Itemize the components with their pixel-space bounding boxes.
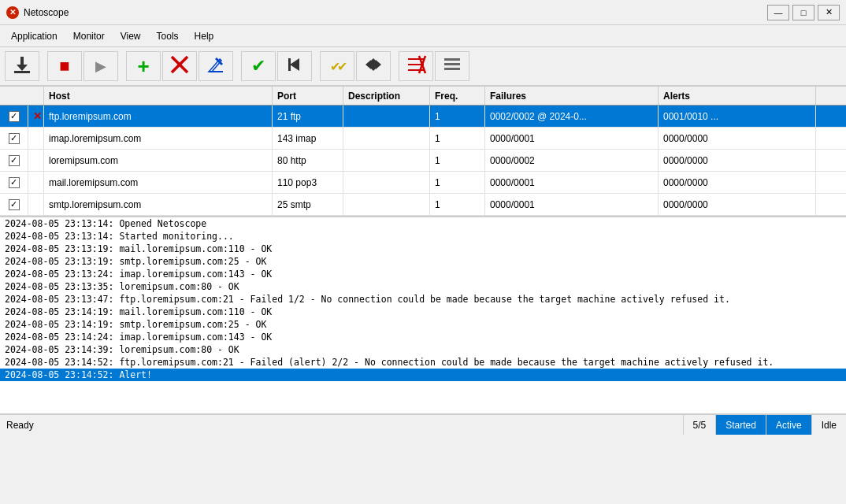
status-idle: Idle [812,415,846,435]
log-area[interactable]: 2024-08-05 23:13:14: Opened Netoscope202… [0,217,846,414]
row-freq: 1 [430,194,485,215]
row-failures: 0000/0002 [485,150,659,171]
row-fail-icon [28,172,44,193]
menu-view[interactable]: View [113,28,149,44]
row-port: 143 imap [273,128,343,149]
window-controls: — □ ✕ [767,5,840,20]
edit-button[interactable] [199,51,233,81]
menu-application[interactable]: Application [3,28,65,44]
row-checkbox[interactable] [0,172,28,193]
checkall-icon: ✔✔ [330,59,344,74]
row-failures: 0002/0002 @ 2024-0... [485,106,659,127]
status-active: Active [766,415,812,435]
checkall-button[interactable]: ✔✔ [320,51,354,81]
log-line: 2024-08-05 23:13:14: Opened Netoscope [0,217,846,230]
row-alerts: 0000/0000 [659,172,816,193]
app-icon: ✕ [6,6,19,19]
row-host: mail.loremipsum.com [44,172,273,193]
reorder-icon [362,55,384,78]
log-line: 2024-08-05 23:14:19: smtp.loremipsum.com… [0,318,846,331]
menu-monitor[interactable]: Monitor [65,28,113,44]
table-row[interactable]: loremipsum.com 80 http 1 0000/0002 0000/… [0,150,846,172]
menu-bar: Application Monitor View Tools Help [0,25,846,47]
add-button[interactable]: + [126,51,161,81]
stop-button[interactable]: ■ [47,51,82,81]
list-icon [441,54,463,79]
host-table: Host Port Description Freq. Failures Ale… [0,87,846,217]
stop-icon: ■ [59,56,69,76]
log-line: 2024-08-05 23:14:39: loremipsum.com:80 -… [0,343,846,356]
checkbox-icon [9,199,20,210]
svg-marker-16 [376,60,381,69]
row-fail-icon [28,194,44,215]
row-fail-icon [28,128,44,149]
row-checkbox[interactable] [0,106,28,127]
svg-rect-8 [209,71,223,72]
list-button[interactable] [435,51,469,81]
check-button[interactable]: ✔ [241,51,276,81]
play-button[interactable]: ▶ [83,51,118,81]
first-button[interactable] [277,51,312,81]
row-checkbox[interactable] [0,150,28,171]
checkbox-icon [9,133,20,144]
log-line: 2024-08-05 23:14:19: mail.loremipsum.com… [0,306,846,318]
row-freq: 1 [430,106,485,127]
menu-tools[interactable]: Tools [149,28,187,44]
download-icon [11,54,33,79]
checkbox-icon [9,155,20,166]
delete-icon [169,54,190,79]
log-line: 2024-08-05 23:13:19: smtp.loremipsum.com… [0,255,846,268]
maximize-button[interactable]: □ [792,5,814,20]
log-line: 2024-08-05 23:14:24: imap.loremipsum.com… [0,331,846,343]
table-row[interactable]: imap.loremipsum.com 143 imap 1 0000/0001… [0,128,846,150]
first-icon [284,55,306,78]
row-desc [343,194,430,215]
svg-rect-10 [288,58,291,71]
row-checkbox[interactable] [0,194,28,215]
toolbar-sep-2 [120,51,124,81]
table-row[interactable]: ✕ ftp.loremipsum.com 21 ftp 1 0002/0002 … [0,106,846,128]
delete-red-icon [405,54,427,79]
svg-line-6 [220,59,221,61]
row-host: imap.loremipsum.com [44,128,273,149]
log-line: 2024-08-05 23:14:52: ftp.loremipsum.com:… [0,356,846,369]
minimize-button[interactable]: — [767,5,789,20]
col-host-header: Host [44,87,273,105]
toolbar-sep-1 [41,51,46,81]
row-freq: 1 [430,150,485,171]
delete-red-button[interactable] [399,51,433,81]
reorder-button[interactable] [356,51,391,81]
play-icon: ▶ [95,57,106,75]
col-check [0,87,44,105]
close-button[interactable]: ✕ [818,5,840,20]
row-freq: 1 [430,128,485,149]
col-desc-header: Description [343,87,430,105]
row-port: 80 http [273,150,343,171]
title-bar: ✕ Netoscope — □ ✕ [0,0,846,25]
svg-rect-0 [14,71,30,73]
row-fail-icon: ✕ [28,106,44,127]
row-desc [343,128,430,149]
svg-rect-17 [371,64,376,65]
row-failures: 0000/0001 [485,128,659,149]
toolbar-sep-5 [392,51,397,81]
menu-help[interactable]: Help [187,28,222,44]
svg-rect-23 [444,58,460,61]
col-port-header: Port [273,87,343,105]
row-host: smtp.loremipsum.com [44,194,273,215]
status-bar: Ready 5/5 Started Active Idle [0,414,846,435]
download-button[interactable] [5,51,39,81]
row-fail-icon [28,150,44,171]
row-checkbox[interactable] [0,128,28,149]
table-row[interactable]: smtp.loremipsum.com 25 smtp 1 0000/0001 … [0,194,846,216]
delete-button[interactable] [162,51,197,81]
col-freq-header: Freq. [430,87,485,105]
row-desc [343,150,430,171]
row-desc [343,172,430,193]
table-row[interactable]: mail.loremipsum.com 110 pop3 1 0000/0001… [0,172,846,194]
window-title: Netoscope [24,7,767,18]
add-icon: + [137,54,149,79]
row-alerts: 0000/0000 [659,194,816,215]
status-count: 5/5 [684,415,717,435]
fail-x-icon: ✕ [33,110,42,122]
